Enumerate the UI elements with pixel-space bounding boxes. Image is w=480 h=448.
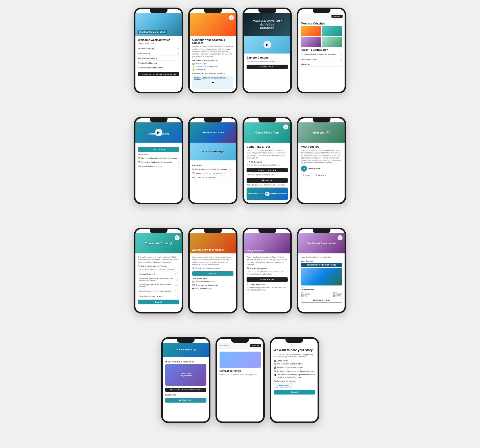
apply-now-btn[interactable]: ⬆ APPLY NOW xyxy=(138,147,179,152)
contact-office-item[interactable]: Contact our office → xyxy=(301,57,342,62)
take-tour-btn[interactable]: 🗺 TAKE YOUR TOUR xyxy=(247,168,288,172)
resource-3[interactable]: ✉ Contact Us For Questions → xyxy=(138,164,179,168)
msg-icon: 💬 xyxy=(315,174,317,176)
link-transfer[interactable]: 📋 Transfer Credit Evaluation xyxy=(192,65,233,68)
link-icon-3: 💰 xyxy=(192,68,195,71)
resource-1[interactable]: 🗺 Take a virtual or self-guided tour of … xyxy=(138,156,179,160)
signup-btn-4[interactable]: SIGN UP xyxy=(331,15,343,18)
screen-11: Family weekend Welcome to Family weekend… xyxy=(244,229,290,295)
content-5: ⬆ APPLY NOW Resources 🗺 Take a virtual o… xyxy=(135,143,182,171)
hero-label-1: Winsford Welcome Week xyxy=(137,30,167,34)
link-financial[interactable]: 💰 Financial Aid xyxy=(192,68,233,71)
schedule-item[interactable]: 🗓 Schedule time to chat with our team → xyxy=(301,52,342,57)
coach-img-4 xyxy=(322,37,342,47)
feeling-section: 🤝 Tell Us How You're Feeling xyxy=(138,265,179,267)
radio-circle-5 xyxy=(175,295,178,297)
phone-next-steps: Take Your Next Steps Take our Next Steps… xyxy=(188,117,237,204)
message-btn[interactable]: 💬 MESSAGE xyxy=(313,173,328,177)
radio-commit[interactable]: I'm ready to commit! xyxy=(138,272,179,276)
screen-3: WINSFORD UNIVERSITYAthleticsDepartment ▶… xyxy=(244,9,290,71)
screen-9: ♡ Thanks For Coming! Thanks for coming t… xyxy=(135,229,182,307)
phone-notch-15 xyxy=(231,339,249,343)
signup-btn-15[interactable]: SIGN UP xyxy=(250,344,261,347)
phone-notch-10 xyxy=(204,229,222,233)
rule-icon-1: ✅ xyxy=(274,363,276,365)
thanks-hero: Thanks For Coming! xyxy=(145,242,172,245)
learn-more-section: Ready To Learn More? xyxy=(301,48,342,51)
submit-btn-13[interactable]: Submit xyxy=(274,390,315,394)
heart-icon-2[interactable]: ♡ xyxy=(229,15,234,20)
list-item-resident-tour[interactable]: Resident building tour → xyxy=(138,61,179,65)
play-btn-5[interactable]: ▶ xyxy=(155,129,162,136)
campus-store-btn[interactable]: 🛍 TAKE ME TO THE CAMPUS STORE xyxy=(165,388,206,392)
sign-up-btn-7[interactable]: 📅 SIGN UP xyxy=(247,178,288,183)
launch-tour-btn-11[interactable]: LAUNCH TOUR xyxy=(247,277,288,282)
phone-notch-1 xyxy=(150,9,167,13)
list-item-1[interactable]: Student ID pick up → xyxy=(138,46,179,51)
phone-row-3: ♡ Thanks For Coming! Thanks for coming t… xyxy=(5,228,475,313)
list-item-5[interactable]: Dorm door decoration party → xyxy=(138,65,179,70)
radio-circle-3 xyxy=(175,284,178,287)
open-house-body: ...and don't forget to bring your family… xyxy=(301,256,342,258)
link-icon-1: 🏫 xyxy=(192,62,195,65)
submit-btn-9[interactable]: Submit xyxy=(138,300,179,304)
list-item-3[interactable]: Winsford group activity → xyxy=(138,56,179,61)
radio-undecided[interactable]: Haven't decided if I want to attend Wins… xyxy=(138,289,179,293)
explore-title: Explore Campus xyxy=(247,56,288,59)
phone-notch-14 xyxy=(177,339,195,343)
launch-tour-btn-3[interactable]: LAUNCH TOUR xyxy=(247,65,288,69)
choose-file-btn[interactable]: Choose a file xyxy=(274,383,292,388)
resource-6-3[interactable]: ✉ Contact Us For Questions → xyxy=(192,175,233,179)
radio-group-feelings: I'm ready to commit! I have some questio… xyxy=(138,272,179,298)
next-steps-title: Take our Next Steps xyxy=(202,150,224,153)
play-btn-3[interactable]: ▶ xyxy=(263,41,271,48)
guided-visit-text: Schedule a guided on-campus visit xyxy=(247,174,288,176)
phone-coaches: SIGN UP Meet our Coaches Ready To Learn … xyxy=(297,8,346,93)
phone-academic: ♡ Continue Your Academic Success Winsfor… xyxy=(188,8,237,93)
radio-circle-4 xyxy=(175,290,178,292)
signup-btn-10[interactable]: SIGN UP xyxy=(192,271,233,276)
ra-body: Hi Adam! I'm Wendy. I'd like to extend a… xyxy=(301,149,342,164)
radio-financial[interactable]: I'm working on financial aid offers to m… xyxy=(138,283,179,288)
coaches-grid xyxy=(301,26,342,47)
radio-elsewhere[interactable]: I have plans to attend elsewhere xyxy=(138,294,179,298)
register-open-house-btn[interactable]: REGISTER FOR THE OPEN HOUSE xyxy=(301,263,342,267)
family-hero: Family weekend xyxy=(246,249,263,252)
tip-icon-3: 🗺 xyxy=(192,287,194,290)
video-rules-section: 📹 Video Rules xyxy=(274,360,315,362)
ra-title: Meet your RA xyxy=(301,145,342,148)
support-section: We're Here To Support You xyxy=(192,59,233,62)
add-to-calendar-btn[interactable]: ADD TO CALENDAR xyxy=(301,298,342,303)
contact-body: Reach out to our team for support and qu… xyxy=(220,373,261,376)
watch-reasons-text: Watch 10 Reasons to Attend Winsford Univ… xyxy=(247,184,288,186)
come-tour-title: Come Take a Tour xyxy=(247,145,288,148)
phone-family-weekend: Family weekend Welcome to Family weekend… xyxy=(243,228,292,313)
explore-body: Take a virtual or self-guided tour of ca… xyxy=(247,60,288,63)
tip-1: 👟 Wear comfortable shoes xyxy=(192,280,233,283)
list-item-2[interactable]: Floor meeting → xyxy=(138,51,179,56)
play-btn-7[interactable]: ▶ xyxy=(265,192,270,196)
email-btn[interactable]: ✉ EMAIL xyxy=(301,173,312,177)
phone-row-2: 10 A... Winsford University ▶ ⬆ APPLY NO… xyxy=(5,117,475,204)
play-btn-2[interactable]: ▶ xyxy=(210,80,216,85)
register-icon: 🗓 xyxy=(192,267,194,269)
excited-btn[interactable]: I'M EXCITED TO JOIN ALL THE ACTIVITIES xyxy=(138,72,179,76)
resource-6-2[interactable]: 📅 Schedule a Guided On-Campus Visit → xyxy=(192,171,233,175)
radio-questions[interactable]: I have some questions and want to walk t… xyxy=(138,277,179,282)
reach-out-btn[interactable]: 💬 REACH OUT xyxy=(165,398,206,403)
link-apply[interactable]: 🏫 How to Apply xyxy=(192,62,233,65)
resource-6-1[interactable]: 🗺 Take a virtual or self-guided tour of … xyxy=(192,167,233,171)
resource-2[interactable]: 📅 Schedule a Guided On-Campus Visit → xyxy=(138,160,179,164)
phone-row-4: student ID pick Up 🛍 Check Out Our Merch… xyxy=(5,337,475,423)
schedule-label: Schedule a... xyxy=(219,345,231,347)
academic-title: Continue Your Academic Success xyxy=(192,38,233,44)
phone-explore-campus: WINSFORD UNIVERSITYAthleticsDepartment ▶… xyxy=(243,8,292,93)
phone-story: We want to hear your story! ✨ Those who … xyxy=(270,337,319,423)
resources-section-5: Resources xyxy=(138,153,179,155)
apply-item[interactable]: Apply now → xyxy=(301,62,342,67)
screen-14: student ID pick Up 🛍 Check Out Our Merch… xyxy=(163,339,209,405)
register-link[interactable]: 🗓 Register for a training session xyxy=(192,267,233,269)
campus-photo xyxy=(301,268,342,285)
content-6: Resources 🗺 Take a virtual or self-guide… xyxy=(190,160,236,182)
phone-notch-12 xyxy=(313,229,330,233)
